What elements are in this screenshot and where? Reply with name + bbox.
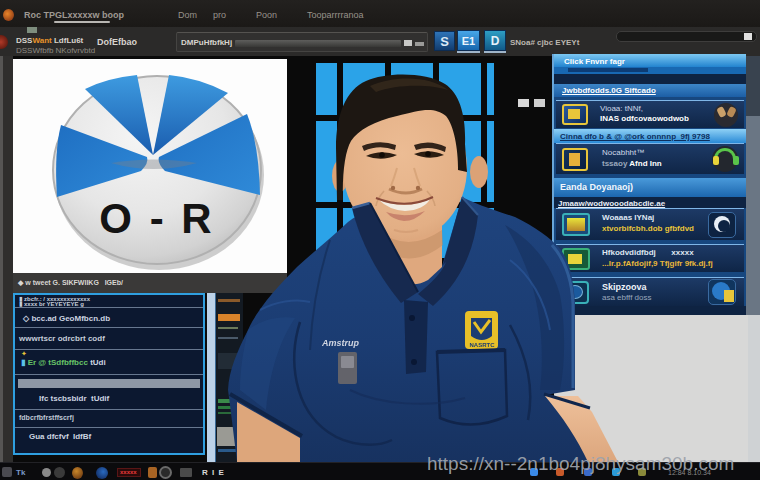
svg-text:Amstrup: Amstrup [321,338,360,348]
svg-text:NASRTC: NASRTC [470,342,496,348]
svg-text:O - R: O - R [99,195,214,242]
